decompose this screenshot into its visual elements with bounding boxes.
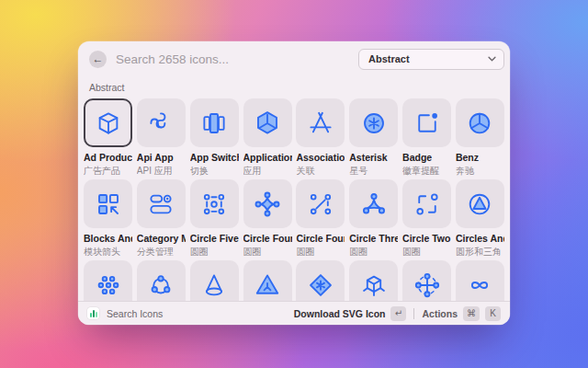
- icon-label: Category M...: [137, 233, 186, 244]
- icon-grid: Ad Product广告产品Api AppAPI 应用App Switch切换A…: [78, 98, 510, 301]
- icon-label: Association: [296, 152, 345, 163]
- badge-icon[interactable]: [402, 98, 451, 147]
- back-button[interactable]: ←: [89, 51, 107, 68]
- search-input[interactable]: [116, 52, 358, 66]
- icon-label: Application...: [243, 152, 292, 163]
- circle-three-icon[interactable]: [349, 179, 398, 228]
- icon-grid-item-circle-five-line[interactable]: Circle Five L...圆圈: [190, 179, 239, 257]
- icon-sublabel: 奔驰: [456, 165, 504, 176]
- ad-product-icon[interactable]: [84, 98, 132, 147]
- icon-label: Blocks And...: [84, 233, 132, 244]
- circle-five-line-icon[interactable]: [190, 179, 239, 228]
- icon-sublabel: 模块箭头: [84, 246, 132, 257]
- desktop-background: ← Abstract Abstract Ad Product广告产品Api Ap…: [0, 0, 588, 368]
- app-switch-icon[interactable]: [190, 98, 239, 147]
- icon-label: Circles And...: [456, 233, 504, 244]
- icon-grid-item-ad-product[interactable]: Ad Product广告产品: [84, 98, 132, 176]
- triangle-y-icon[interactable]: [243, 260, 292, 301]
- icon-sublabel: 切换: [190, 165, 239, 176]
- icon-search-window: ← Abstract Abstract Ad Product广告产品Api Ap…: [78, 41, 510, 325]
- chevron-down-icon: [488, 56, 496, 62]
- icon-sublabel: 圆圈: [402, 246, 451, 257]
- circle-two-line-icon[interactable]: [402, 179, 451, 228]
- category-dropdown-value: Abstract: [368, 53, 488, 64]
- footer-bar: Search Icons Download SVG Icon ↵ Actions…: [78, 301, 510, 325]
- diamond-asterisk-icon[interactable]: [296, 260, 345, 301]
- icon-grid-item-cone[interactable]: [190, 260, 239, 301]
- icon-grid-item-circle-three[interactable]: Circle Three圆圈: [349, 179, 398, 257]
- icon-grid-item-ring-nodes[interactable]: [137, 260, 186, 301]
- asterisk-icon[interactable]: [349, 98, 398, 147]
- icon-sublabel: 广告产品: [84, 165, 132, 176]
- command-key-badge: ⌘: [463, 306, 480, 321]
- icon-sublabel: API 应用: [137, 165, 186, 176]
- icon-grid-item-circle-two-line[interactable]: Circle Two L...圆圈: [402, 179, 451, 257]
- infinity-icon[interactable]: [456, 260, 504, 301]
- icon-grid-item-association[interactable]: Association关联: [296, 98, 345, 176]
- icon-grid-item-asterisk[interactable]: Asterisk星号: [349, 98, 398, 176]
- k-key-badge: K: [485, 306, 501, 321]
- icon-label: Api App: [137, 152, 186, 163]
- circle-four-icon[interactable]: [243, 179, 292, 228]
- icon-sublabel: 分类管理: [137, 246, 186, 257]
- icon-grid-item-category-management[interactable]: Category M...分类管理: [137, 179, 186, 257]
- iconpark-logo-icon: [87, 307, 99, 319]
- dots-cluster-icon[interactable]: [84, 260, 132, 301]
- icon-grid-item-cube-3d[interactable]: [349, 260, 398, 301]
- cross-nodes-icon[interactable]: [402, 260, 451, 301]
- circles-and-triangle-icon[interactable]: [456, 179, 504, 228]
- icon-label: Badge: [402, 152, 451, 163]
- icon-grid-item-badge[interactable]: Badge徽章提醒: [402, 98, 451, 176]
- download-svg-action[interactable]: Download SVG Icon: [294, 308, 386, 319]
- icon-sublabel: 徽章提醒: [402, 165, 451, 176]
- icon-grid-item-api-app[interactable]: Api AppAPI 应用: [137, 98, 186, 176]
- icon-sublabel: 圆形和三角: [456, 246, 504, 257]
- icon-grid-item-infinity[interactable]: [456, 260, 504, 301]
- icon-grid-item-benz[interactable]: Benz奔驰: [456, 98, 504, 176]
- icon-grid-item-triangle-y[interactable]: [243, 260, 292, 301]
- icon-label: Circle Three: [349, 233, 398, 244]
- icon-label: Circle Five L...: [190, 233, 239, 244]
- icon-sublabel: 关联: [296, 165, 345, 176]
- icon-sublabel: 圆圈: [349, 246, 398, 257]
- application-icon[interactable]: [243, 98, 292, 147]
- icon-label: Circle Four: [243, 233, 292, 244]
- category-management-icon[interactable]: [137, 179, 186, 228]
- cube-3d-icon[interactable]: [349, 260, 398, 301]
- actions-button[interactable]: Actions: [422, 308, 458, 319]
- ring-nodes-icon[interactable]: [137, 260, 186, 301]
- icon-sublabel: 星号: [349, 165, 398, 176]
- footer-app-name: Search Icons: [107, 308, 163, 319]
- icon-label: Benz: [456, 152, 504, 163]
- icon-grid-item-circle-four[interactable]: Circle Four圆圈: [243, 179, 292, 257]
- icon-label: Circle Four...: [296, 233, 345, 244]
- category-dropdown[interactable]: Abstract: [358, 49, 504, 70]
- icon-grid-item-diamond-asterisk[interactable]: [296, 260, 345, 301]
- results-area: Abstract Ad Product广告产品Api AppAPI 应用App …: [78, 76, 510, 301]
- icon-grid-item-app-switch[interactable]: App Switch切换: [190, 98, 239, 176]
- icon-grid-item-application[interactable]: Application...应用: [243, 98, 292, 176]
- footer-divider: [413, 308, 414, 319]
- icon-sublabel: 圆圈: [296, 246, 345, 257]
- icon-sublabel: 圆圈: [190, 246, 239, 257]
- circle-four-line-icon[interactable]: [296, 179, 345, 228]
- icon-grid-item-dots-cluster[interactable]: [84, 260, 132, 301]
- section-title: Abstract: [89, 82, 510, 94]
- blocks-and-arrows-icon[interactable]: [84, 179, 132, 228]
- icon-sublabel: 圆圈: [243, 246, 292, 257]
- api-app-icon[interactable]: [137, 98, 186, 147]
- icon-label: Ad Product: [84, 152, 132, 163]
- cone-icon[interactable]: [190, 260, 239, 301]
- icon-label: Circle Two L...: [402, 233, 451, 244]
- icon-grid-item-blocks-and-arrows[interactable]: Blocks And...模块箭头: [84, 179, 132, 257]
- icon-grid-item-circles-and-triangle[interactable]: Circles And...圆形和三角: [456, 179, 504, 257]
- association-icon[interactable]: [296, 98, 345, 147]
- icon-label: App Switch: [190, 152, 239, 163]
- arrow-left-icon: ←: [93, 53, 104, 64]
- icon-sublabel: 应用: [243, 165, 292, 176]
- benz-icon[interactable]: [456, 98, 504, 147]
- icon-grid-item-circle-four-line[interactable]: Circle Four...圆圈: [296, 179, 345, 257]
- icon-label: Asterisk: [349, 152, 398, 163]
- enter-key-badge: ↵: [390, 306, 406, 321]
- icon-grid-item-cross-nodes[interactable]: [402, 260, 451, 301]
